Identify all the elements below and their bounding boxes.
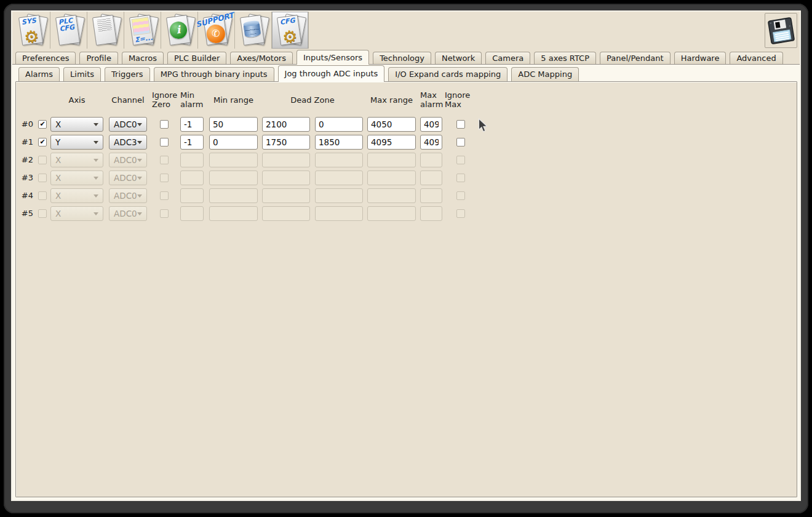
min-alarm-input[interactable] <box>180 153 204 167</box>
min-range-input[interactable] <box>209 153 258 167</box>
row-enable-checkbox[interactable]: ✔ <box>38 120 47 129</box>
tool-label <box>242 17 259 19</box>
tab-inputs-sensors[interactable]: Inputs/Sensors <box>297 50 369 65</box>
max-alarm-input[interactable] <box>420 117 442 132</box>
axis-select[interactable]: Y <box>50 135 103 150</box>
dead-zone-low-input[interactable] <box>262 135 310 150</box>
tab-camera[interactable]: Camera <box>485 52 530 64</box>
max-range-input[interactable] <box>367 117 416 132</box>
min-range-input[interactable] <box>209 135 258 150</box>
tab-5-axes-rtcp[interactable]: 5 axes RTCP <box>534 52 596 64</box>
column-header-axis: Axis <box>50 90 103 105</box>
channel-select[interactable]: ADC0 <box>109 188 147 203</box>
tab-technology[interactable]: Technology <box>373 52 431 64</box>
subtab-adc-mapping[interactable]: ADC Mapping <box>511 67 579 81</box>
min-alarm-input[interactable] <box>180 117 204 132</box>
tab-macros[interactable]: Macros <box>122 52 164 64</box>
min-range-input[interactable] <box>209 117 258 132</box>
tab-axes-motors[interactable]: Axes/Motors <box>230 52 293 64</box>
max-range-input[interactable] <box>367 135 416 150</box>
subtab-i-o-expand-cards-mapping[interactable]: I/O Expand cards mapping <box>388 67 507 81</box>
tool-button-info[interactable] <box>161 12 198 49</box>
dead-zone-high-input[interactable] <box>315 153 363 167</box>
tool-button-documents[interactable] <box>87 12 124 49</box>
max-range-input[interactable] <box>367 153 416 167</box>
dead-zone-high-input[interactable] <box>315 188 363 203</box>
channel-select[interactable]: ADC0 <box>109 206 147 221</box>
tab-plc-builder[interactable]: PLC Builder <box>167 52 226 64</box>
form-header-row: AxisChannelIgnoreZeroMinalarmMin rangeDe… <box>16 90 797 112</box>
tab-network[interactable]: Network <box>435 52 482 64</box>
ignore-zero-checkbox[interactable]: ✔ <box>160 120 169 129</box>
min-alarm-input[interactable] <box>180 135 204 150</box>
min-range-input[interactable] <box>209 188 258 203</box>
subtab-mpg-through-binary-inputs[interactable]: MPG through binary inputs <box>154 67 274 81</box>
min-range-input[interactable] <box>209 206 258 221</box>
dead-zone-low-input[interactable] <box>262 153 310 167</box>
tool-button-plc-cfg[interactable]: PLC CFG <box>50 12 87 49</box>
min-alarm-input[interactable] <box>180 188 204 203</box>
max-alarm-input[interactable] <box>420 153 442 167</box>
axis-select[interactable]: X <box>50 170 103 185</box>
max-range-input[interactable] <box>367 188 416 203</box>
ignore-max-checkbox[interactable]: ✔ <box>456 138 465 146</box>
ignore-max-checkbox[interactable]: ✔ <box>456 120 465 129</box>
ignore-zero-checkbox[interactable]: ✔ <box>160 156 169 164</box>
tab-hardware[interactable]: Hardware <box>674 52 726 64</box>
subtab-alarms[interactable]: Alarms <box>18 67 60 81</box>
tab-profile[interactable]: Profile <box>79 52 117 64</box>
row-enable-checkbox[interactable]: ✔ <box>38 191 47 200</box>
dead-zone-high-input[interactable] <box>315 170 363 185</box>
row-enable-checkbox[interactable]: ✔ <box>38 156 47 164</box>
dead-zone-high-input[interactable] <box>315 117 363 132</box>
max-alarm-input[interactable] <box>420 206 442 221</box>
ignore-max-checkbox[interactable]: ✔ <box>456 156 465 164</box>
ignore-zero-checkbox[interactable]: ✔ <box>160 138 169 146</box>
channel-select[interactable]: ADC0 <box>109 170 147 185</box>
axis-select[interactable]: X <box>50 117 103 132</box>
dead-zone-high-input[interactable] <box>315 206 363 221</box>
row-enable-checkbox[interactable]: ✔ <box>38 209 47 218</box>
tool-button-sys-config[interactable]: SYS <box>14 12 50 49</box>
ignore-max-checkbox[interactable]: ✔ <box>456 191 465 200</box>
max-alarm-input[interactable] <box>420 135 442 150</box>
ignore-zero-checkbox[interactable]: ✔ <box>160 209 169 218</box>
axis-select[interactable]: X <box>50 206 103 221</box>
dead-zone-low-input[interactable] <box>262 206 310 221</box>
tab-preferences[interactable]: Preferences <box>15 52 76 64</box>
min-alarm-input[interactable] <box>180 206 204 221</box>
dead-zone-low-input[interactable] <box>262 170 310 185</box>
max-alarm-input[interactable] <box>420 170 442 185</box>
max-range-input[interactable] <box>367 206 416 221</box>
tool-button-database[interactable] <box>235 12 272 49</box>
subtab-jog-through-adc-inputs[interactable]: Jog through ADC inputs <box>278 65 385 82</box>
axis-select[interactable]: X <box>50 153 103 167</box>
axis-select[interactable]: X <box>50 188 103 203</box>
channel-select[interactable]: ADC0 <box>109 153 147 167</box>
subtab-limits[interactable]: Limits <box>63 67 101 81</box>
tab-panel-pendant[interactable]: Panel/Pendant <box>600 52 671 64</box>
max-alarm-input[interactable] <box>420 188 442 203</box>
ignore-max-checkbox[interactable]: ✔ <box>456 209 465 218</box>
tool-button-cfg[interactable]: CFG <box>272 12 309 49</box>
ignore-zero-checkbox[interactable]: ✔ <box>160 174 169 182</box>
channel-select[interactable]: ADC3 <box>109 135 147 150</box>
max-range-input[interactable] <box>367 170 416 185</box>
tool-button-formulas[interactable]: Σ=... <box>124 12 161 49</box>
ignore-zero-checkbox[interactable]: ✔ <box>160 191 169 200</box>
column-header-max-alarm: Maxalarm <box>420 90 443 109</box>
channel-select[interactable]: ADC0 <box>109 117 147 132</box>
row-enable-checkbox[interactable]: ✔ <box>38 138 47 146</box>
min-alarm-input[interactable] <box>180 170 204 185</box>
tool-label <box>169 17 185 19</box>
dead-zone-high-input[interactable] <box>315 135 363 150</box>
dead-zone-low-input[interactable] <box>262 188 310 203</box>
dead-zone-low-input[interactable] <box>262 117 310 132</box>
save-button[interactable] <box>765 13 797 48</box>
ignore-max-checkbox[interactable]: ✔ <box>456 174 465 182</box>
row-enable-checkbox[interactable]: ✔ <box>38 174 47 182</box>
tab-advanced[interactable]: Advanced <box>730 52 782 64</box>
tool-button-support[interactable]: SUPPORT <box>198 12 235 49</box>
min-range-input[interactable] <box>209 170 258 185</box>
subtab-triggers[interactable]: Triggers <box>105 67 150 81</box>
